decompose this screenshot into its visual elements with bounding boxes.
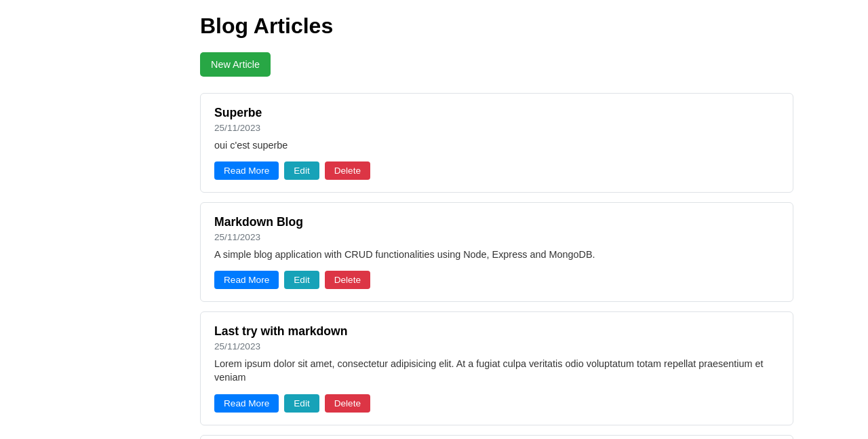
article-actions: Read More Edit Delete xyxy=(214,271,779,289)
delete-button[interactable]: Delete xyxy=(325,271,370,289)
article-card: Last try with markdown 25/11/2023 Lorem … xyxy=(200,311,793,425)
article-title: Last try with markdown xyxy=(214,324,779,339)
edit-button[interactable]: Edit xyxy=(284,161,319,180)
article-card: Test 25/11/2023 test Read More Edit Dele… xyxy=(200,435,793,439)
article-excerpt: oui c'est superbe xyxy=(214,138,779,152)
edit-button[interactable]: Edit xyxy=(284,271,319,289)
read-more-button[interactable]: Read More xyxy=(214,161,279,180)
article-excerpt: Lorem ipsum dolor sit amet, consectetur … xyxy=(214,357,779,384)
delete-button[interactable]: Delete xyxy=(325,161,370,180)
delete-button[interactable]: Delete xyxy=(325,394,370,413)
article-date: 25/11/2023 xyxy=(214,341,779,351)
edit-button[interactable]: Edit xyxy=(284,394,319,413)
article-excerpt: A simple blog application with CRUD func… xyxy=(214,248,779,261)
article-actions: Read More Edit Delete xyxy=(214,161,779,180)
new-article-button[interactable]: New Article xyxy=(200,52,271,77)
article-title: Superbe xyxy=(214,106,779,120)
article-title: Markdown Blog xyxy=(214,215,779,229)
page-container: Blog Articles New Article Superbe 25/11/… xyxy=(61,14,807,439)
read-more-button[interactable]: Read More xyxy=(214,394,279,413)
article-date: 25/11/2023 xyxy=(214,123,779,133)
article-date: 25/11/2023 xyxy=(214,232,779,242)
article-actions: Read More Edit Delete xyxy=(214,394,779,413)
read-more-button[interactable]: Read More xyxy=(214,271,279,289)
article-card: Superbe 25/11/2023 oui c'est superbe Rea… xyxy=(200,93,793,193)
article-card: Markdown Blog 25/11/2023 A simple blog a… xyxy=(200,202,793,302)
articles-list: Superbe 25/11/2023 oui c'est superbe Rea… xyxy=(200,93,793,439)
page-title: Blog Articles xyxy=(200,14,793,39)
